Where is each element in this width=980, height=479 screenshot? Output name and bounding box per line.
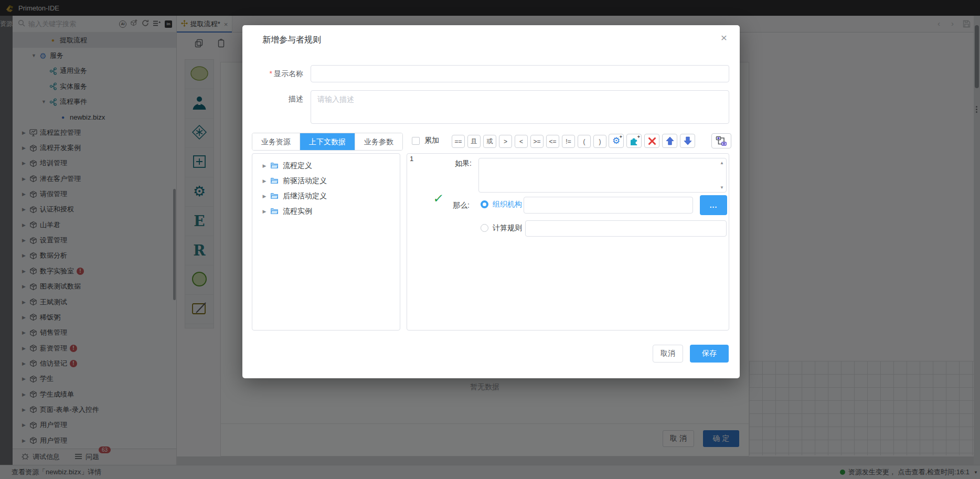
caret-right-icon[interactable]: ▶ (261, 194, 268, 199)
org-value-input[interactable] (524, 197, 693, 214)
description-label: 描述 (242, 94, 303, 104)
operator-button[interactable]: 且 (467, 135, 481, 148)
context-tree-item[interactable]: ▶流程定义 (252, 158, 400, 173)
delete-x-button[interactable] (644, 134, 659, 148)
context-tree-label: 流程定义 (283, 161, 312, 171)
operator-button[interactable]: >= (530, 135, 544, 148)
calc-rule-radio[interactable] (481, 224, 488, 232)
caret-right-icon[interactable]: ▶ (261, 163, 268, 168)
check-icon: ✓ (432, 191, 445, 206)
context-tree-item[interactable]: ▶后继活动定义 (252, 188, 400, 204)
add-participant-rule-dialog: 新增参与者规则 × *显示名称 描述 业务资源上下文数据业务参数 累加 ==且或… (242, 25, 740, 378)
scroll-down-icon[interactable]: ▼ (720, 185, 724, 190)
dialog-title: 新增参与者规则 (262, 35, 321, 46)
caret-right-icon[interactable]: ▶ (261, 178, 268, 184)
calc-rule-input[interactable] (525, 220, 727, 237)
puzzle-add-button[interactable]: + (626, 134, 642, 148)
datasource-tab-2[interactable]: 业务参数 (355, 133, 402, 150)
operator-button[interactable]: == (452, 135, 465, 148)
context-tree-label: 前驱活动定义 (283, 176, 327, 186)
rule-editor-panel: 1 ✓ 如果: ▲ ▼ 那么: 组织机构 ... 计算规则 (407, 153, 729, 331)
display-name-label: *显示名称 (242, 69, 303, 79)
calc-rule-label[interactable]: 计算规则 (493, 223, 522, 233)
folder-icon (269, 193, 280, 199)
delete-x-icon (648, 137, 656, 145)
condition-input[interactable]: ▲ ▼ (478, 158, 727, 193)
folder-icon (269, 162, 280, 169)
caret-right-icon[interactable]: ▶ (261, 209, 268, 214)
participant-relation-button[interactable] (711, 133, 731, 148)
org-picker-button[interactable]: ... (700, 195, 727, 215)
puzzle-add-icon: + (629, 136, 639, 146)
operator-button[interactable]: > (499, 135, 512, 148)
arrow-up-button[interactable] (662, 134, 677, 148)
context-data-tree-panel: ▶流程定义▶前驱活动定义▶后继活动定义▶流程实例 (252, 153, 400, 331)
operator-button[interactable]: <= (546, 135, 559, 148)
operator-button[interactable]: ( (578, 135, 591, 148)
dialog-cancel-button[interactable]: 取消 (653, 345, 683, 363)
then-label: 那么: (453, 201, 470, 210)
if-label: 如果: (455, 159, 472, 168)
operator-button[interactable]: < (515, 135, 528, 148)
folder-icon (269, 177, 280, 184)
folder-icon (269, 208, 280, 215)
dialog-save-button[interactable]: 保存 (690, 345, 729, 363)
accumulate-label: 累加 (424, 136, 439, 145)
datasource-tab-0[interactable]: 业务资源 (252, 133, 300, 150)
org-radio-label[interactable]: 组织机构 (493, 200, 522, 209)
context-tree-label: 流程实例 (283, 207, 312, 216)
dialog-close-icon[interactable]: × (721, 31, 727, 44)
datasource-tab-1[interactable]: 上下文数据 (300, 133, 355, 150)
operator-buttons: ==且或><>=<=!=() (452, 135, 606, 148)
operator-button[interactable]: ) (593, 135, 606, 148)
gear-add-icon: ⚙+ (612, 136, 620, 145)
app-screen: Primeton-IDE 资源 输入关键字搜索 AI in ●提取流程▼⚙服务通… (0, 0, 980, 479)
context-tree-item[interactable]: ▶流程实例 (252, 204, 400, 219)
gear-add-button[interactable]: ⚙+ (609, 134, 624, 148)
description-input[interactable] (311, 90, 729, 124)
arrow-down-button[interactable] (680, 134, 695, 148)
datasource-tabs: 业务资源上下文数据业务参数 (252, 133, 403, 151)
context-tree-item[interactable]: ▶前驱活动定义 (252, 173, 400, 188)
org-radio[interactable] (481, 200, 488, 208)
display-name-input[interactable] (311, 65, 729, 82)
accumulate-checkbox[interactable] (412, 137, 420, 145)
context-tree-label: 后继活动定义 (283, 191, 327, 201)
operator-button[interactable]: != (562, 135, 575, 148)
arrow-down-icon (684, 136, 692, 145)
action-icon-buttons: ⚙++ (609, 134, 695, 148)
arrow-up-icon (666, 136, 674, 145)
required-mark: * (270, 69, 272, 78)
scroll-up-icon[interactable]: ▲ (720, 161, 724, 165)
operator-button[interactable]: 或 (483, 135, 496, 148)
rule-index: 1 (410, 155, 413, 163)
